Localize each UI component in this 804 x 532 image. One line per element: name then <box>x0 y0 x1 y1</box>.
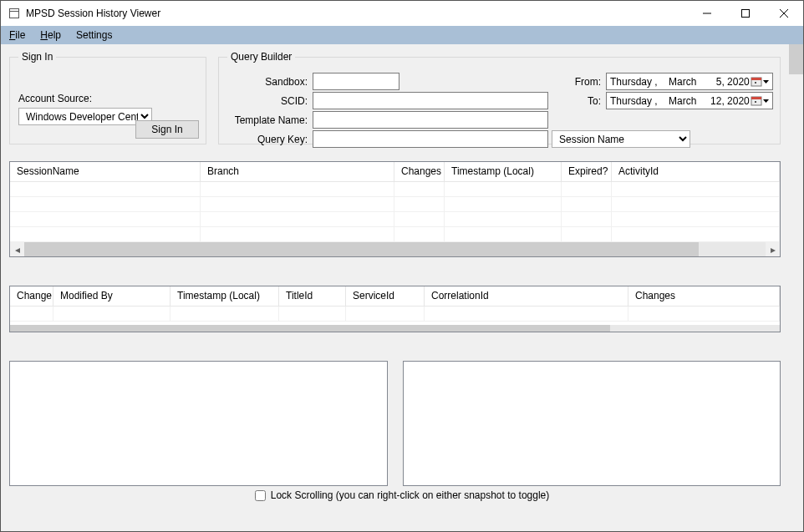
close-button[interactable] <box>765 1 803 26</box>
col2-changes[interactable]: Changes <box>628 286 780 307</box>
scid-label: SCID: <box>224 95 308 107</box>
query-key-label: Query Key: <box>224 134 308 145</box>
col-changes[interactable]: Changes <box>394 162 445 182</box>
account-source-label: Account Source: <box>18 93 92 104</box>
menu-settings[interactable]: Settings <box>76 29 112 41</box>
sessions-grid[interactable]: SessionName Branch Changes Timestamp (Lo… <box>9 161 781 257</box>
col-activityid[interactable]: ActivityId <box>612 162 780 182</box>
menu-help[interactable]: Help <box>40 29 61 41</box>
svg-rect-8 <box>755 82 756 84</box>
to-label: To: <box>567 95 601 107</box>
snapshot-right-pane[interactable] <box>403 361 781 486</box>
from-label: From: <box>567 76 601 88</box>
window-title: MPSD Session History Viewer <box>26 8 688 19</box>
menubar: File Help Settings <box>1 26 803 44</box>
signin-group: Sign In Account Source: Windows Develope… <box>9 51 206 144</box>
account-source-select[interactable]: Windows Developer Center <box>18 108 152 125</box>
signin-legend: Sign In <box>18 51 56 63</box>
from-datepicker[interactable]: Thursday , March 5, 2020 <box>606 73 773 90</box>
svg-rect-12 <box>755 101 756 103</box>
app-icon <box>8 7 21 20</box>
scroll-right-icon[interactable]: ▸ <box>766 242 780 256</box>
snapshot-left-pane[interactable] <box>9 361 388 486</box>
col-branch[interactable]: Branch <box>201 162 394 182</box>
col2-timestamp[interactable]: Timestamp (Local) <box>170 286 279 307</box>
query-key-type-select[interactable]: Session Name <box>552 130 690 148</box>
calendar-icon <box>751 76 769 88</box>
svg-marker-9 <box>763 80 769 84</box>
col2-titleid[interactable]: TitleId <box>279 286 346 307</box>
client-area: Sign In Account Source: Windows Develope… <box>1 44 803 531</box>
lock-scrolling-label[interactable]: Lock Scrolling (you can right-click on e… <box>255 489 550 501</box>
scid-input[interactable] <box>313 92 548 109</box>
template-label: Template Name: <box>224 114 308 126</box>
query-builder-group: Query Builder Sandbox: SCID: Template Na… <box>218 51 781 144</box>
scroll-left-icon[interactable]: ◂ <box>10 242 24 256</box>
sessions-grid-body <box>10 182 780 242</box>
menu-file[interactable]: File <box>9 29 25 41</box>
maximize-button[interactable] <box>726 1 765 26</box>
sandbox-label: Sandbox: <box>224 76 308 88</box>
template-input[interactable] <box>313 111 548 129</box>
svg-rect-11 <box>751 97 761 99</box>
vertical-scrollbar[interactable] <box>789 44 803 531</box>
changes-hscroll[interactable] <box>10 325 780 332</box>
svg-marker-13 <box>763 99 769 103</box>
calendar-icon <box>751 95 769 107</box>
sandbox-input[interactable] <box>313 73 399 90</box>
col-sessionname[interactable]: SessionName <box>10 162 201 182</box>
query-key-input[interactable] <box>313 130 548 148</box>
col2-modifiedby[interactable]: Modified By <box>53 286 170 307</box>
lock-scrolling-checkbox[interactable] <box>255 490 266 501</box>
svg-rect-3 <box>742 10 750 18</box>
col-timestamp[interactable]: Timestamp (Local) <box>445 162 562 182</box>
svg-rect-0 <box>10 9 19 18</box>
changes-grid[interactable]: Change Modified By Timestamp (Local) Tit… <box>9 286 781 332</box>
sessions-hscroll[interactable]: ◂ ▸ <box>10 242 780 256</box>
col2-correlationid[interactable]: CorrelationId <box>425 286 628 307</box>
query-legend: Query Builder <box>227 51 295 63</box>
to-datepicker[interactable]: Thursday , March 12, 2020 <box>606 92 773 109</box>
minimize-button[interactable] <box>688 1 726 26</box>
signin-button[interactable]: Sign In <box>135 120 199 139</box>
footer: Lock Scrolling (you can right-click on e… <box>9 486 795 505</box>
col2-serviceid[interactable]: ServiceId <box>346 286 425 307</box>
col-expired[interactable]: Expired? <box>562 162 612 182</box>
svg-rect-7 <box>751 78 761 80</box>
titlebar: MPSD Session History Viewer <box>1 1 803 26</box>
col2-change[interactable]: Change <box>10 286 53 307</box>
changes-grid-body <box>10 307 780 325</box>
